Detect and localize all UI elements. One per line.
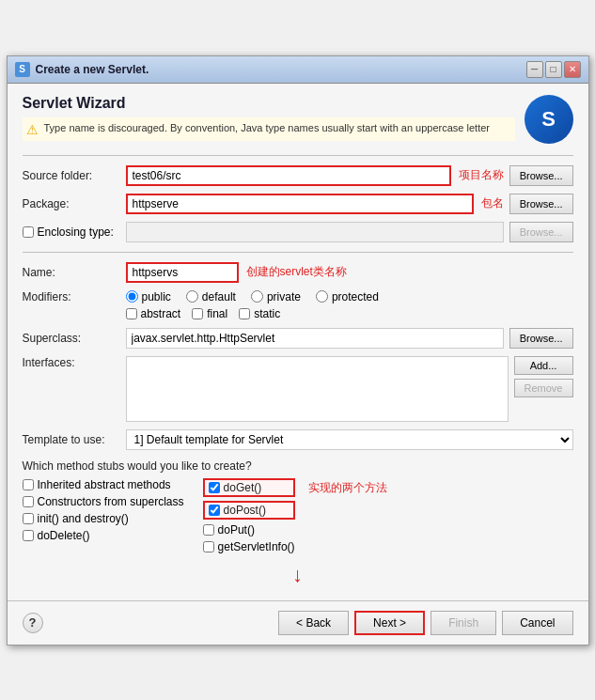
stub-doDelete[interactable]: doDelete(): [23, 529, 184, 542]
next-button[interactable]: Next >: [354, 611, 425, 635]
close-button[interactable]: ✕: [564, 61, 581, 78]
enclosing-type-checkbox[interactable]: [23, 226, 34, 238]
source-folder-row: Source folder: 项目名称 Browse...: [23, 165, 573, 186]
enclosing-type-label: Enclosing type:: [38, 226, 114, 239]
stub-doGet[interactable]: doGet(): [203, 478, 295, 497]
modifiers-section: public default private protected abstrac…: [126, 290, 379, 320]
title-controls: ─ □ ✕: [526, 61, 581, 78]
minimize-button[interactable]: ─: [526, 61, 543, 78]
interfaces-label: Interfaces:: [23, 356, 126, 369]
modifier-final[interactable]: final: [192, 307, 227, 320]
modifiers-row: Modifiers: public default private protec…: [23, 290, 573, 320]
stubs-grid: Inherited abstract methods Constructors …: [23, 478, 573, 553]
down-arrow-indicator: ↓: [292, 565, 303, 585]
wizard-logo: S: [525, 95, 573, 144]
stubs-right-col: doGet() doPost() doPut() getServletInfo(…: [203, 478, 387, 553]
warning-text: Type name is discouraged. By convention,…: [44, 121, 490, 135]
bottom-bar: ? < Back Next > Finish Cancel: [8, 600, 588, 645]
method-stubs-section: Which method stubs would you like to cre…: [23, 459, 573, 553]
wizard-title: Servlet Wizard: [23, 95, 515, 112]
maximize-button[interactable]: □: [545, 61, 562, 78]
bottom-left: ?: [23, 613, 43, 633]
superclass-input[interactable]: [126, 328, 504, 349]
help-button[interactable]: ?: [23, 613, 43, 633]
wizard-title-section: Servlet Wizard ⚠ Type name is discourage…: [23, 95, 515, 141]
interfaces-add-button[interactable]: Add...: [514, 356, 573, 375]
back-button[interactable]: < Back: [278, 611, 349, 635]
window-title: Create a new Servlet.: [36, 63, 149, 76]
stub-init-destroy[interactable]: init() and destroy(): [23, 512, 184, 525]
modifier-abstract[interactable]: abstract: [126, 307, 181, 320]
enclosing-type-row: Enclosing type: Browse...: [23, 222, 573, 242]
modifier-static[interactable]: static: [239, 307, 280, 320]
stub-doPut[interactable]: doPut(): [203, 523, 295, 537]
template-select[interactable]: 1] Default template for Servlet: [126, 429, 573, 450]
stubs-title: Which method stubs would you like to cre…: [23, 459, 573, 473]
superclass-row: Superclass: Browse...: [23, 328, 573, 349]
template-label: Template to use:: [23, 433, 126, 446]
package-browse-button[interactable]: Browse...: [509, 194, 573, 214]
modifiers-radio-row: public default private protected: [126, 290, 379, 303]
main-content: Servlet Wizard ⚠ Type name is discourage…: [8, 84, 588, 600]
section-divider: [23, 252, 573, 253]
package-input[interactable]: [126, 194, 474, 214]
interfaces-row: Interfaces: Add... Remove: [23, 356, 573, 422]
warning-box: ⚠ Type name is discouraged. By conventio…: [23, 117, 515, 141]
bottom-right: < Back Next > Finish Cancel: [278, 611, 572, 635]
finish-button[interactable]: Finish: [431, 611, 496, 635]
name-label: Name:: [23, 266, 126, 279]
source-folder-input[interactable]: [126, 165, 451, 186]
interfaces-textarea[interactable]: [126, 356, 509, 422]
stub-inherited-abstract[interactable]: Inherited abstract methods: [23, 478, 184, 491]
header-divider: [23, 155, 573, 156]
name-row: Name: 创建的servlet类名称: [23, 262, 573, 283]
dialog-window: S Create a new Servlet. ─ □ ✕ Servlet Wi…: [7, 55, 589, 646]
source-folder-annotation: 项目名称: [459, 167, 504, 183]
stub-constructors[interactable]: Constructors from superclass: [23, 495, 184, 508]
modifier-protected[interactable]: protected: [316, 290, 379, 303]
enclosing-type-input[interactable]: [126, 222, 504, 242]
template-row: Template to use: 1] Default template for…: [23, 429, 573, 450]
name-input[interactable]: [126, 262, 239, 283]
modifier-public[interactable]: public: [126, 290, 171, 303]
package-row: Package: 包名 Browse...: [23, 194, 573, 214]
window-icon: S: [15, 62, 30, 77]
superclass-browse-button[interactable]: Browse...: [509, 328, 573, 349]
stub-getServletInfo[interactable]: getServletInfo(): [203, 540, 295, 553]
source-folder-browse-button[interactable]: Browse...: [509, 165, 573, 186]
modifiers-label: Modifiers:: [23, 290, 126, 303]
package-annotation: 包名: [481, 195, 504, 211]
name-annotation: 创建的servlet类名称: [246, 264, 347, 280]
modifier-private[interactable]: private: [251, 290, 301, 303]
modifier-default[interactable]: default: [186, 290, 236, 303]
package-label: Package:: [23, 197, 126, 210]
title-bar: S Create a new Servlet. ─ □ ✕: [8, 56, 588, 84]
stub-doPost[interactable]: doPost(): [203, 501, 295, 520]
cancel-button[interactable]: Cancel: [502, 611, 572, 635]
stubs-annotation: 实现的两个方法: [308, 480, 387, 496]
warning-icon: ⚠: [26, 122, 39, 137]
superclass-label: Superclass:: [23, 332, 126, 345]
enclosing-type-browse-button[interactable]: Browse...: [509, 222, 573, 242]
interfaces-buttons: Add... Remove: [514, 356, 573, 397]
stubs-left-col: Inherited abstract methods Constructors …: [23, 478, 184, 553]
title-bar-left: S Create a new Servlet.: [15, 62, 149, 77]
interfaces-remove-button[interactable]: Remove: [514, 379, 573, 397]
source-folder-label: Source folder:: [23, 169, 126, 182]
wizard-header: Servlet Wizard ⚠ Type name is discourage…: [23, 95, 573, 144]
modifiers-checkbox-row: abstract final static: [126, 307, 379, 320]
